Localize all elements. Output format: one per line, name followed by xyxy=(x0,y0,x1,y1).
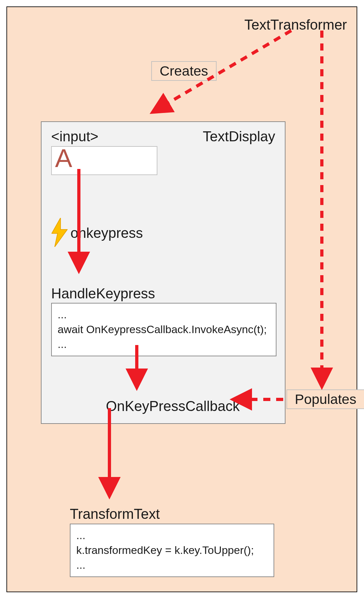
texttransformer-title: TextTransformer xyxy=(244,17,347,33)
textdisplay-container: TextDisplay <input> A onkeypress HandleK… xyxy=(41,121,285,424)
texttransformer-container: TextTransformer TextDisplay <input> A on… xyxy=(6,6,357,592)
transformtext-label: TransformText xyxy=(70,506,160,522)
handlekeypress-code-box: ... await OnKeypressCallback.InvokeAsync… xyxy=(51,303,276,356)
onkeypresscallback-label: OnKeyPressCallback xyxy=(106,398,240,414)
populates-relation-label: Populates xyxy=(286,389,364,409)
creates-relation-label: Creates xyxy=(151,61,217,81)
svg-marker-0 xyxy=(52,218,67,247)
input-tag-label: <input> xyxy=(51,128,98,145)
textdisplay-title: TextDisplay xyxy=(203,128,275,145)
handlekeypress-label: HandleKeypress xyxy=(51,285,155,302)
diagram-canvas: TextTransformer TextDisplay <input> A on… xyxy=(0,0,364,598)
input-element-box[interactable]: A xyxy=(51,146,157,175)
transformtext-code-box: ... k.transformedKey = k.key.ToUpper(); … xyxy=(70,524,274,577)
onkeypress-event-label: onkeypress xyxy=(70,225,143,241)
bolt-icon xyxy=(50,218,69,247)
input-value: A xyxy=(55,144,72,173)
